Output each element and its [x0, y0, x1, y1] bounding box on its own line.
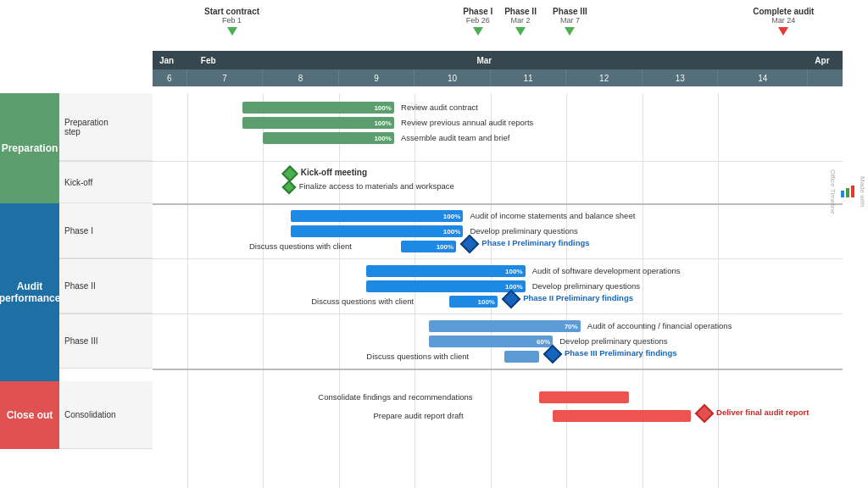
- bar-review-audit-contract: 100%: [242, 102, 394, 114]
- milestone-date: Feb 1: [222, 16, 242, 25]
- bar-text-prelim-q1: Develop preliminary questions: [470, 226, 577, 236]
- bar-prelim-q2: 100%: [366, 280, 525, 292]
- bar-discuss-p2: 100%: [449, 296, 498, 308]
- discuss-label-p2: Discuss questions with client: [311, 297, 414, 306]
- bar-prelim-q1: 100%: [291, 225, 464, 237]
- col-line: [339, 93, 340, 488]
- kickoff-label: Kick-off meeting: [301, 168, 367, 177]
- row-sep: [153, 161, 843, 162]
- bar-text-prelim-q3: Develop preliminary questions: [559, 336, 667, 346]
- finalize-access: Finalize access to materials and workspa…: [284, 182, 294, 194]
- discuss-label-p3: Discuss questions with client: [366, 352, 469, 361]
- bar-text-accounting: Audit of accounting / financial operatio…: [587, 321, 732, 330]
- phase1-findings-label: Phase I Preliminary findings: [481, 238, 589, 247]
- milestone-start-contract: Start contract Feb 1: [204, 7, 259, 36]
- row-phase1: Phase I: [59, 203, 153, 258]
- milestones-row: Start contract Feb 1 Phase I Feb 26 Phas…: [153, 7, 843, 49]
- milestone-arrow-down: [473, 27, 483, 36]
- row-sep: [153, 313, 843, 314]
- svg-rect-0: [841, 191, 844, 197]
- week-bar: 6 7 8 9 10 11 12 13 14: [153, 69, 843, 86]
- month-apr: Apr: [808, 56, 836, 65]
- week-6: 6: [153, 69, 187, 86]
- week-9: 9: [339, 69, 415, 86]
- group-audit: Auditperformance: [0, 203, 59, 381]
- milestone-date: Mar 2: [511, 16, 531, 25]
- consolidate-label: Consolidate findings and recommendations: [318, 392, 472, 402]
- phase3-findings-label: Phase III Preliminary findings: [565, 348, 677, 358]
- gantt-chart: { "title": "Audit Gantt Chart", "milesto…: [0, 0, 868, 488]
- bar-text-review-audit: Review audit contract: [401, 103, 478, 112]
- col-line: [643, 93, 643, 488]
- bar-text-income: Audit of income statements and balance s…: [470, 211, 635, 220]
- milestone-arrow-down: [565, 27, 575, 36]
- bar-consolidate: [539, 391, 629, 403]
- milestone-arrow-down: [227, 27, 237, 36]
- col-line: [566, 93, 567, 488]
- row-consolidation: Consolidation: [59, 381, 153, 449]
- milestone-arrow-down: [515, 27, 526, 36]
- prepare-report-label: Prepare audit report draft: [373, 411, 463, 420]
- col-line: [718, 93, 719, 488]
- kickoff-milestone: Kick-off meeting: [284, 168, 296, 181]
- milestone-label: Complete audit: [753, 7, 814, 16]
- bar-text-review-annual: Review previous annual audit reports: [401, 118, 533, 127]
- row-sep: [153, 203, 843, 205]
- row-phase2: Phase II: [59, 258, 153, 313]
- milestone-label: Phase II: [504, 7, 537, 16]
- svg-rect-1: [846, 188, 849, 197]
- phase2-findings: Phase II Preliminary findings: [504, 292, 518, 308]
- group-closeout: Close out: [0, 381, 59, 449]
- chart-area: Preparation Preparationstep Kick-off Aud…: [0, 93, 843, 488]
- row-phase3: Phase III: [59, 313, 153, 369]
- watermark-logo: [840, 184, 855, 199]
- phase1-findings: Phase I Preliminary findings: [463, 237, 476, 252]
- left-panel: Preparation Preparationstep Kick-off Aud…: [0, 93, 153, 488]
- bar-prepare-report: [553, 410, 691, 422]
- group-preparation: Preparation: [0, 93, 59, 203]
- milestone-phase1: Phase I Feb 26: [463, 7, 492, 36]
- month-feb: Feb: [194, 56, 223, 65]
- milestone-phase3: Phase III Mar 7: [553, 7, 587, 36]
- gantt-area: 100% Review audit contract 100% Review p…: [153, 93, 843, 488]
- bar-text-prelim-q2: Develop preliminary questions: [532, 281, 640, 291]
- bar-prelim-q3: 60%: [429, 336, 554, 347]
- watermark: Made with Office Timeline: [843, 169, 866, 214]
- col-line: [263, 93, 264, 488]
- milestone-label: Start contract: [204, 7, 259, 16]
- bar-text-software: Audit of software development operations: [532, 266, 681, 275]
- milestone-label: Phase I: [463, 7, 492, 16]
- watermark-brand: Office Timeline: [829, 169, 837, 214]
- week-11: 11: [491, 69, 567, 86]
- deliver-milestone: Deliver final audit report: [698, 407, 711, 422]
- row-sep: [153, 369, 843, 370]
- bar-text-assemble: Assemble audit team and brief: [401, 133, 509, 142]
- timeline-header: Start contract Feb 1 Phase I Feb 26 Phas…: [153, 0, 843, 93]
- phase2-findings-label: Phase II Preliminary findings: [523, 293, 633, 302]
- week-10: 10: [415, 69, 491, 86]
- month-mar: Mar: [470, 56, 498, 65]
- week-12: 12: [566, 69, 643, 86]
- phase3-findings: Phase III Preliminary findings: [546, 347, 559, 363]
- week-8: 8: [263, 69, 339, 86]
- row-sep: [153, 258, 843, 259]
- milestone-date: Feb 26: [466, 16, 490, 25]
- bar-discuss-p1: 100%: [401, 241, 456, 252]
- bar-accounting: 70%: [429, 320, 581, 332]
- milestone-complete-audit: Complete audit Mar 24: [753, 7, 814, 36]
- bar-review-annual: 100%: [242, 117, 394, 129]
- col-line: [187, 93, 188, 488]
- milestone-date: Mar 24: [771, 16, 795, 25]
- bar-discuss-p3: [504, 351, 539, 363]
- watermark-text: Made with: [859, 176, 866, 207]
- milestone-date: Mar 7: [560, 16, 580, 25]
- row-kickoff: Kick-off: [59, 161, 153, 203]
- milestone-phase2: Phase II Mar 2: [504, 7, 537, 36]
- week-14: 14: [718, 69, 808, 86]
- bar-software: 100%: [366, 265, 525, 277]
- row-preparation-step: Preparationstep: [59, 93, 153, 161]
- svg-rect-2: [851, 186, 854, 197]
- finalize-label: Finalize access to materials and workspa…: [299, 181, 454, 191]
- milestone-arrow-down-red: [778, 27, 788, 36]
- discuss-label-p1: Discuss questions with client: [249, 241, 352, 251]
